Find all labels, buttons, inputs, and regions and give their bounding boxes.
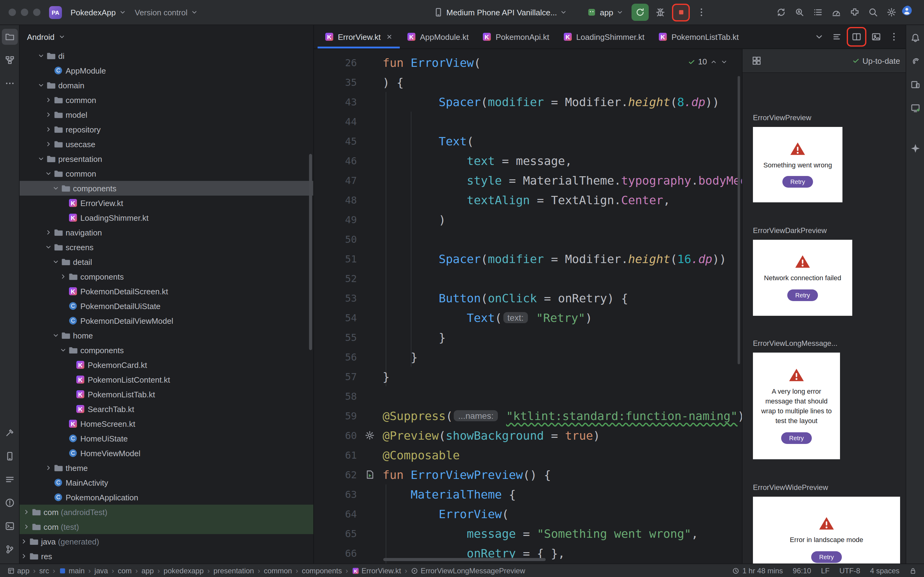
- editor-vertical-scrollbar[interactable]: [737, 76, 740, 364]
- settings-button[interactable]: [884, 4, 900, 20]
- close-window-button[interactable]: [9, 8, 16, 16]
- editor-tab-errorview-kt[interactable]: KErrorView.kt: [318, 25, 400, 48]
- tree-item-components[interactable]: components: [19, 181, 313, 196]
- preview-card[interactable]: Something went wrongRetry: [753, 127, 842, 202]
- preview-card[interactable]: Network connection failedRetry: [753, 240, 852, 316]
- version-control-tool-button[interactable]: [2, 542, 18, 558]
- device-explorer-tool-button[interactable]: [2, 448, 18, 464]
- logcat-tool-button[interactable]: [2, 472, 18, 487]
- more-run-options-button[interactable]: [694, 4, 709, 20]
- close-tab-button[interactable]: [386, 33, 393, 40]
- tree-item-res[interactable]: res: [19, 549, 313, 564]
- next-problem-button[interactable]: [720, 58, 728, 65]
- tree-item-mainactivity[interactable]: CMainActivity: [19, 475, 313, 490]
- tree-item-presentation[interactable]: presentation: [19, 152, 313, 166]
- breadcrumb-item[interactable]: java: [95, 567, 108, 575]
- more-tool-button[interactable]: [2, 76, 18, 91]
- project-tool-button[interactable]: [2, 29, 18, 45]
- inspections-widget[interactable]: 10: [683, 55, 732, 68]
- breadcrumb-item[interactable]: com: [118, 567, 132, 575]
- status-item[interactable]: LF: [821, 567, 829, 575]
- tree-item-domain[interactable]: domain: [19, 78, 313, 93]
- editor-tab-loadingshimmer-kt[interactable]: KLoadingShimmer.kt: [556, 25, 652, 48]
- breadcrumb-item[interactable]: app: [141, 567, 154, 575]
- preview-card[interactable]: A very long error message that should wr…: [753, 353, 840, 459]
- previous-problem-button[interactable]: [710, 58, 717, 65]
- breadcrumb-item[interactable]: common: [264, 567, 292, 575]
- more-vertical-button[interactable]: [886, 29, 902, 45]
- plugins-button[interactable]: [847, 4, 863, 20]
- tree-item-navigation[interactable]: navigation: [19, 225, 313, 240]
- tree-item-errorview-kt[interactable]: KErrorView.kt: [19, 196, 313, 210]
- zoom-window-button[interactable]: [33, 8, 40, 16]
- vcs-widget[interactable]: Version control: [130, 5, 202, 19]
- breadcrumb-item[interactable]: main: [59, 567, 85, 575]
- breadcrumb-item[interactable]: pokedexapp: [164, 567, 204, 575]
- tree-item-searchtab-kt[interactable]: KSearchTab.kt: [19, 401, 313, 416]
- status-item[interactable]: UTF-8: [839, 567, 860, 575]
- notifications-tool-button[interactable]: [907, 30, 923, 46]
- tree-item-homeuistate[interactable]: CHomeUiState: [19, 431, 313, 446]
- search-button[interactable]: [865, 4, 881, 20]
- tree-item-pokemonlisttab-kt[interactable]: KPokemonListTab.kt: [19, 387, 313, 401]
- tree-item-appmodule[interactable]: CAppModule: [19, 63, 313, 78]
- editor-horizontal-scrollbar[interactable]: [383, 558, 546, 561]
- tree-item-pokemondetailuistate[interactable]: CPokemonDetailUiState: [19, 299, 313, 313]
- run-preview-gutter-button[interactable]: [364, 469, 375, 480]
- editor-tab-pokemonapi-kt[interactable]: KPokemonApi.kt: [475, 25, 556, 48]
- problems-tool-button[interactable]: [2, 495, 18, 511]
- status-item[interactable]: 1 hr 48 mins: [732, 567, 783, 575]
- tree-item-loadingshimmer-kt[interactable]: KLoadingShimmer.kt: [19, 210, 313, 225]
- tree-item-com[interactable]: com (androidTest): [19, 504, 313, 519]
- project-switcher[interactable]: PokedexApp: [66, 5, 130, 19]
- breadcrumb-item[interactable]: presentation: [213, 567, 254, 575]
- breadcrumb-item[interactable]: ErrorViewLongMessagePreview: [411, 567, 525, 575]
- code-view-button[interactable]: [829, 29, 845, 45]
- status-item[interactable]: 4 spaces: [870, 567, 900, 575]
- list-button[interactable]: [810, 4, 826, 20]
- retry-button[interactable]: Retry: [787, 289, 818, 301]
- user-avatar[interactable]: [902, 5, 915, 19]
- tree-item-components[interactable]: components: [19, 343, 313, 358]
- status-item[interactable]: 96:10: [793, 567, 811, 575]
- breadcrumb-item[interactable]: app: [7, 567, 29, 575]
- stop-button[interactable]: [675, 7, 686, 18]
- gradle-tool-button[interactable]: [907, 53, 923, 69]
- tree-item-pokemondetailviewmodel[interactable]: CPokemonDetailViewModel: [19, 313, 313, 328]
- tree-item-pokemondetailscreen-kt[interactable]: KPokemonDetailScreen.kt: [19, 284, 313, 299]
- editor-tab-appmodule-kt[interactable]: KAppModule.kt: [400, 25, 475, 48]
- tree-item-homescreen-kt[interactable]: KHomeScreen.kt: [19, 416, 313, 431]
- device-manager-tool-button[interactable]: [907, 77, 923, 93]
- terminal-tool-button[interactable]: [2, 518, 18, 534]
- tree-item-home[interactable]: home: [19, 328, 313, 343]
- tree-item-theme[interactable]: theme: [19, 461, 313, 475]
- code-editor[interactable]: 26fun ErrorView(35) {43 Spacer(modifier …: [314, 49, 742, 564]
- tree-item-java[interactable]: java (generated): [19, 534, 313, 549]
- tree-item-screens[interactable]: screens: [19, 240, 313, 255]
- preview-card[interactable]: Error in landscape modeRetry: [753, 497, 900, 564]
- structure-tool-button[interactable]: [2, 52, 18, 68]
- tree-item-homeviewmodel[interactable]: CHomeViewModel: [19, 446, 313, 461]
- tree-item-usecase[interactable]: usecase: [19, 137, 313, 152]
- editor-tab-pokemonlisttab-kt[interactable]: KPokemonListTab.kt: [651, 25, 745, 48]
- retry-button[interactable]: Retry: [811, 551, 842, 563]
- tree-item-common[interactable]: common: [19, 166, 313, 181]
- tree-item-pokemonapplication[interactable]: CPokemonApplication: [19, 490, 313, 504]
- build-tool-button[interactable]: [2, 425, 18, 441]
- project-scrollbar[interactable]: [309, 154, 312, 350]
- breadcrumb-item[interactable]: components: [302, 567, 342, 575]
- retry-button[interactable]: Retry: [781, 432, 812, 444]
- preview-grid-view-button[interactable]: [749, 53, 765, 69]
- split-view-button[interactable]: [848, 29, 864, 45]
- project-view-selector[interactable]: Android: [19, 25, 313, 48]
- breadcrumb-item[interactable]: src: [39, 567, 49, 575]
- chevron-down-button[interactable]: [811, 29, 827, 45]
- tree-item-detail[interactable]: detail: [19, 255, 313, 269]
- rerun-button[interactable]: [631, 4, 649, 21]
- design-view-button[interactable]: [868, 29, 884, 45]
- running-devices-tool-button[interactable]: [907, 100, 923, 116]
- tree-item-di[interactable]: di: [19, 48, 313, 63]
- breadcrumb-item[interactable]: KErrorView.kt: [352, 567, 401, 575]
- tree-item-com[interactable]: com (test): [19, 519, 313, 534]
- tree-item-common[interactable]: common: [19, 93, 313, 107]
